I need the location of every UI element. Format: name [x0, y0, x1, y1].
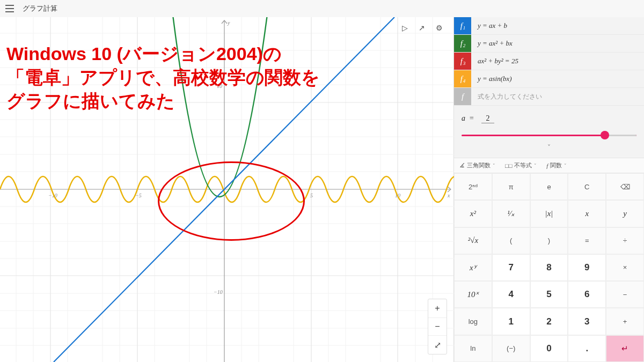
variable-slider-block: a = 2 ˅ [454, 106, 644, 158]
category-label: 不等式 [514, 161, 532, 169]
key-y[interactable]: y [606, 200, 644, 227]
chevron-down-icon: ˅ [534, 163, 537, 168]
key-²√x[interactable]: ²√x [454, 227, 492, 254]
category-icon: ∡ [459, 162, 465, 169]
key-ln[interactable]: ln [454, 335, 492, 362]
key-9[interactable]: 9 [568, 254, 606, 281]
y-axis-label: y [227, 20, 230, 26]
function-expression: ax² + by² = 25 [471, 57, 644, 65]
ytick: −10 [214, 289, 223, 295]
function-expression: y = ax² + bx [471, 39, 644, 48]
function-chip[interactable]: f3 [454, 53, 471, 70]
key-2[interactable]: 2 [530, 308, 568, 335]
key-10ˣ[interactable]: 10ˣ [454, 281, 492, 308]
category-label: 三角関数 [467, 161, 491, 169]
key-(−)[interactable]: (−) [492, 335, 530, 362]
key-2ⁿᵈ[interactable]: 2ⁿᵈ [454, 173, 492, 200]
key-x²[interactable]: x² [454, 200, 492, 227]
function-expression: y = ax + b [471, 21, 644, 30]
function-row-1[interactable]: f1y = ax + b [454, 17, 644, 35]
share-button[interactable]: ↗ [414, 20, 430, 35]
category-icon: □□ [505, 162, 512, 169]
key-=[interactable]: = [568, 227, 606, 254]
function-input-placeholder[interactable]: 式を入力してください [471, 92, 644, 101]
key-5[interactable]: 5 [530, 281, 568, 308]
zoom-in-button[interactable]: + [428, 299, 447, 317]
app-title: グラフ計算 [23, 4, 57, 13]
key-¹⁄ₓ[interactable]: ¹⁄ₓ [492, 200, 530, 227]
key-.[interactable]: . [568, 335, 606, 362]
variable-slider[interactable] [462, 129, 636, 142]
key-0[interactable]: 0 [530, 335, 568, 362]
x-axis-label: x [447, 193, 450, 198]
xtick: 5 [310, 193, 313, 198]
function-row-4[interactable]: f4y = asin(bx) [454, 70, 644, 88]
category-icon: f [546, 162, 548, 169]
function-chip[interactable]: f2 [454, 35, 471, 52]
chevron-down-icon: ˅ [493, 163, 495, 168]
key-π[interactable]: π [492, 173, 530, 200]
trace-button[interactable]: ▷ [397, 20, 413, 35]
zoom-fit-button[interactable]: ⤢ [428, 336, 447, 354]
keypad: 2ⁿᵈπeC⌫x²¹⁄ₓ|x|xy²√x()=÷xʸ789×10ˣ456−log… [454, 173, 644, 362]
function-chip[interactable]: f4 [454, 70, 471, 87]
key-1[interactable]: 1 [492, 308, 530, 335]
overlay-highlight-ellipse [158, 161, 305, 241]
key-xʸ[interactable]: xʸ [454, 254, 492, 281]
key-e[interactable]: e [530, 173, 568, 200]
slider-var: a [462, 114, 465, 122]
key-log[interactable]: log [454, 308, 492, 335]
graph-canvas[interactable]: −10 −5 5 10 10 −10 x y Windows 10 (バージョン… [0, 17, 453, 362]
key-6[interactable]: 6 [568, 281, 606, 308]
overlay-caption: Windows 10 (バージョン2004)の 「電卓」アプリで、高校数学の関数… [6, 42, 320, 113]
category-tab-1[interactable]: □□不等式˅ [505, 161, 537, 169]
key-)[interactable]: ) [530, 227, 568, 254]
key-↵[interactable]: ↵ [606, 335, 644, 362]
key-÷[interactable]: ÷ [606, 227, 644, 254]
hamburger-menu[interactable] [5, 5, 14, 12]
function-row-3[interactable]: f3ax² + by² = 25 [454, 53, 644, 70]
function-expression: y = asin(bx) [471, 75, 644, 83]
category-tab-0[interactable]: ∡三角関数˅ [459, 161, 495, 169]
key-4[interactable]: 4 [492, 281, 530, 308]
key-×[interactable]: × [606, 254, 644, 281]
category-label: 関数 [550, 161, 562, 169]
graph-options-button[interactable]: ⚙ [431, 20, 447, 35]
key-8[interactable]: 8 [530, 254, 568, 281]
zoom-out-button[interactable]: − [428, 317, 447, 336]
function-input-row[interactable]: f式を入力してください [454, 88, 644, 106]
category-tab-2[interactable]: f関数˅ [546, 161, 567, 169]
function-chip[interactable]: f1 [454, 17, 471, 34]
function-list: f1y = ax + bf2y = ax² + bxf3ax² + by² = … [454, 17, 644, 106]
key-⌫[interactable]: ⌫ [606, 173, 644, 200]
chevron-down-icon: ˅ [564, 163, 567, 168]
key-|x|[interactable]: |x| [530, 200, 568, 227]
chevron-down-icon[interactable]: ˅ [462, 142, 636, 156]
slider-value[interactable]: 2 [481, 114, 494, 123]
category-tabs: ∡三角関数˅□□不等式˅f関数˅ [454, 158, 644, 173]
key-−[interactable]: − [606, 281, 644, 308]
key-x[interactable]: x [568, 200, 606, 227]
key-C[interactable]: C [568, 173, 606, 200]
key-+[interactable]: + [606, 308, 644, 335]
function-chip-new: f [454, 88, 471, 105]
key-([interactable]: ( [492, 227, 530, 254]
key-7[interactable]: 7 [492, 254, 530, 281]
key-3[interactable]: 3 [568, 308, 606, 335]
function-row-2[interactable]: f2y = ax² + bx [454, 35, 644, 53]
